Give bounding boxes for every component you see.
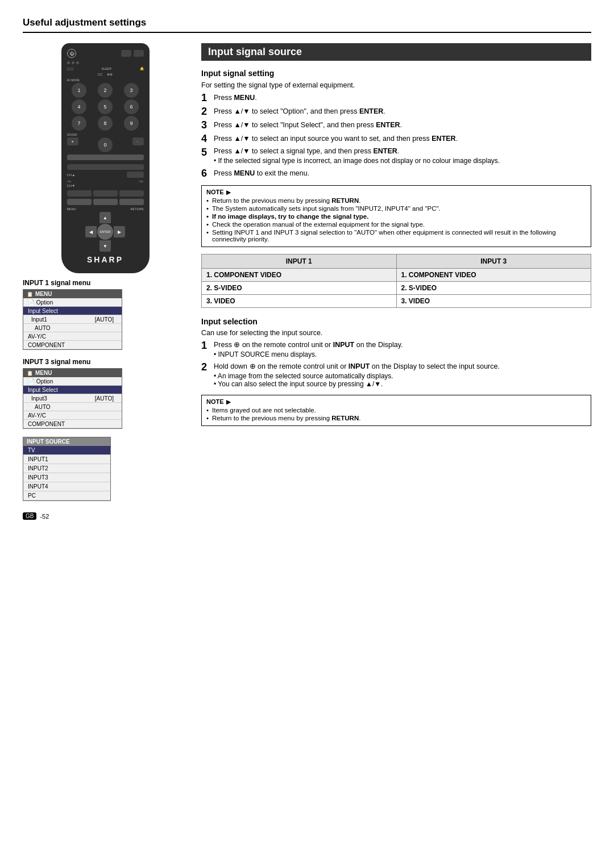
menu-label: MENU bbox=[67, 207, 76, 211]
nav-right-btn[interactable]: ▶ bbox=[114, 226, 125, 237]
isel-step2-sub2: • You can also select the input source b… bbox=[214, 380, 500, 388]
input-source-section: INPUT SOURCE TV INPUT1 INPUT2 INPUT3 INP… bbox=[23, 437, 188, 501]
nav-down-btn[interactable]: ▼ bbox=[99, 240, 111, 252]
nav-up-btn[interactable]: ▲ bbox=[99, 212, 111, 223]
input1-menu-section: INPUT 1 signal menu 📋 MENU 📄 Option Inpu… bbox=[23, 279, 188, 350]
option-icon: 📄 bbox=[28, 299, 35, 306]
btn-2[interactable]: 2 bbox=[98, 83, 113, 98]
table-cell-2-1: 2. S-VIDEO bbox=[202, 282, 397, 295]
func-btn-4[interactable] bbox=[67, 199, 92, 205]
remote-icon-cc: CC bbox=[98, 73, 103, 76]
input-source-tv: TV bbox=[23, 446, 110, 455]
input-source-input1: INPUT1 bbox=[23, 455, 110, 464]
remote-btn-2[interactable] bbox=[134, 50, 144, 57]
step-6: 6 Press MENU to exit the menu. bbox=[201, 168, 591, 178]
func-btn-3[interactable] bbox=[119, 190, 144, 197]
sound-label: SOUND bbox=[67, 133, 144, 136]
note-list: Return to the previous menu by pressing … bbox=[206, 197, 586, 243]
indicator-dot bbox=[67, 61, 70, 64]
table-cell-2-2: 2. S-VIDEO bbox=[396, 282, 591, 295]
table-row-1: 1. COMPONENT VIDEO 1. COMPONENT VIDEO bbox=[202, 269, 591, 282]
signal-setting-title: Input signal setting bbox=[201, 69, 591, 78]
input3-inputselect-row: Input Select bbox=[23, 386, 122, 394]
table-cell-1-1: 1. COMPONENT VIDEO bbox=[202, 269, 397, 282]
remote-icon-left: ◻ ◻ bbox=[67, 66, 74, 70]
input3-component-row: COMPONENT bbox=[23, 420, 122, 428]
remote-icon-right: 🔔 bbox=[140, 66, 144, 70]
btn-7[interactable]: 7 bbox=[72, 116, 86, 131]
input3-menu-box: 📋 MENU 📄 Option Input Select Input3[AUTO… bbox=[23, 368, 122, 429]
btn-3[interactable]: 3 bbox=[124, 83, 139, 98]
input-source-input4: INPUT4 bbox=[23, 482, 110, 491]
note-item-3: If no image displays, try to change the … bbox=[206, 213, 586, 220]
btn-4[interactable]: 4 bbox=[72, 99, 86, 114]
note-item-5: Setting INPUT 1 and INPUT 3 signal selec… bbox=[206, 229, 586, 243]
number-grid: 1 2 3 4 5 6 7 8 9 bbox=[67, 83, 144, 131]
btn-1[interactable]: 1 bbox=[72, 83, 86, 98]
btn-0[interactable]: 0 bbox=[98, 137, 113, 152]
step-2: 2 Press ▲/▼ to select "Option", and then… bbox=[201, 106, 591, 116]
main-section-title: Input signal source bbox=[201, 43, 591, 61]
input-sel-note-list: Items grayed out are not selectable. Ret… bbox=[206, 407, 586, 422]
btn-5[interactable]: 5 bbox=[98, 99, 113, 114]
input-source-box: INPUT SOURCE TV INPUT1 INPUT2 INPUT3 INP… bbox=[23, 437, 111, 501]
input1-avyc-row: AV-Y/C bbox=[23, 332, 122, 341]
option-icon-3: 📄 bbox=[28, 378, 35, 385]
nav-enter-btn[interactable]: ENTER bbox=[97, 224, 113, 240]
input3-menu-label: INPUT 3 signal menu bbox=[23, 358, 188, 366]
step-3: 3 Press ▲/▼ to select "Input Select", an… bbox=[201, 120, 591, 130]
step-1: 1 Press MENU. bbox=[201, 93, 591, 103]
footer-page: -52 bbox=[40, 513, 49, 520]
menu-icon-3: 📋 bbox=[27, 370, 33, 376]
table-header-input1: INPUT 1 bbox=[202, 254, 397, 269]
func-btn-2[interactable] bbox=[93, 190, 118, 197]
isel-step-1: 1 Press ⊕ on the remote control unit or … bbox=[201, 340, 591, 358]
input3-input3-row: Input3[AUTO] bbox=[23, 394, 122, 403]
power-button[interactable]: ⏻ bbox=[67, 49, 76, 58]
nav-arrows: ▲ ◀ ENTER ▶ ▼ bbox=[85, 212, 125, 252]
input1-menu-box: 📋 MENU 📄 Option Input Select Input1[AUTO… bbox=[23, 289, 122, 350]
input1-component-row: COMPONENT bbox=[23, 341, 122, 349]
page-footer: GB -52 bbox=[23, 512, 591, 520]
ch-up-btn[interactable] bbox=[127, 172, 144, 178]
input3-avyc-row: AV-Y/C bbox=[23, 411, 122, 420]
right-column: Input signal source Input signal setting… bbox=[201, 43, 591, 501]
input-selection-steps: 1 Press ⊕ on the remote control unit or … bbox=[201, 340, 591, 388]
func-btn-6[interactable] bbox=[119, 199, 144, 205]
input1-inputselect-row: Input Select bbox=[23, 307, 122, 315]
remote-control: ⏻ ◻ ◻ SLEEP 🔔 C bbox=[61, 43, 150, 273]
note-item-2: The System automatically sets input sign… bbox=[206, 205, 586, 212]
indicator-dot bbox=[72, 61, 74, 64]
connectivity-table: INPUT 1 INPUT 3 1. COMPONENT VIDEO 1. CO… bbox=[201, 254, 591, 308]
signal-setting-steps: 1 Press MENU. 2 Press ▲/▼ to select "Opt… bbox=[201, 93, 591, 178]
btn-8[interactable]: 8 bbox=[98, 116, 113, 131]
page-header: Useful adjustment settings bbox=[23, 17, 591, 33]
wide-btn-2[interactable] bbox=[67, 164, 144, 170]
signal-setting-intro: For setting the signal type of external … bbox=[201, 81, 591, 89]
func-btn-5[interactable] bbox=[93, 199, 118, 205]
input1-option-row: 📄 Option bbox=[23, 298, 122, 307]
av-mode-label: AV MODE bbox=[67, 78, 144, 82]
input1-menu-title: 📋 MENU bbox=[23, 290, 122, 298]
input3-option-row: 📄 Option bbox=[23, 377, 122, 386]
note-arrow-2: ▶ bbox=[226, 399, 231, 405]
isel-note-1: Items grayed out are not selectable. bbox=[206, 407, 586, 414]
wide-btn-1[interactable] bbox=[67, 155, 144, 160]
indicator-dot bbox=[76, 61, 79, 64]
input-source-input3: INPUT3 bbox=[23, 473, 110, 482]
remote-control-wrapper: ⏻ ◻ ◻ SLEEP 🔔 C bbox=[23, 43, 188, 273]
func-btn-1[interactable] bbox=[67, 190, 92, 197]
table-cell-1-2: 1. COMPONENT VIDEO bbox=[396, 269, 591, 282]
input-source-title: INPUT SOURCE bbox=[23, 437, 110, 446]
input-source-input2: INPUT2 bbox=[23, 464, 110, 473]
remote-btn-1[interactable] bbox=[121, 50, 131, 57]
misc-btn-right[interactable]: ← bbox=[132, 137, 144, 145]
misc-btn-left[interactable]: ● bbox=[67, 137, 78, 145]
input-selection-title: Input selection bbox=[201, 317, 591, 326]
btn-6[interactable]: 6 bbox=[124, 99, 139, 114]
note-header: NOTE ▶ bbox=[206, 189, 586, 195]
input1-auto-row: AUTO bbox=[23, 324, 122, 332]
nav-left-btn[interactable]: ◀ bbox=[85, 226, 97, 237]
btn-9[interactable]: 9 bbox=[124, 116, 139, 131]
isel-step1-sub: • INPUT SOURCE menu displays. bbox=[214, 350, 317, 358]
